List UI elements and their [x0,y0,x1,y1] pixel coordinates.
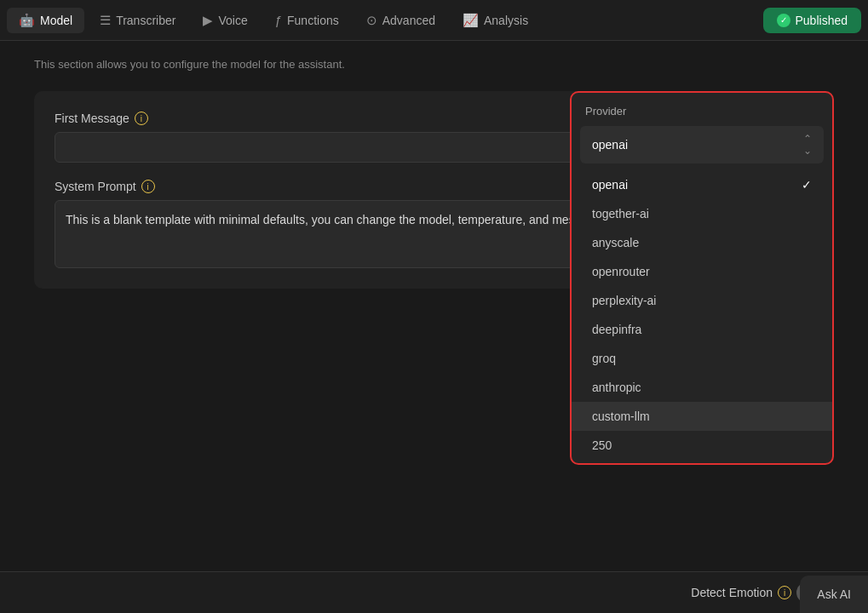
chevron-up-down-icon: ⌃⌄ [803,133,812,157]
tab-functions-label: Functions [287,14,339,27]
provider-item-groq[interactable]: groq [572,344,832,373]
ask-ai-label: Ask AI [817,587,851,601]
advanced-icon: ⊙ [366,13,377,28]
tab-model[interactable]: 🤖 Model [7,8,84,33]
provider-list: openai ✓ together-ai anyscale openrouter… [572,167,832,463]
provider-item-250[interactable]: 250 [572,431,832,460]
provider-item-openai[interactable]: openai ✓ [572,170,832,199]
provider-item-perplexity-ai[interactable]: perplexity-ai [572,286,832,315]
voice-icon: ▶ [203,13,213,28]
provider-header: Provider [572,93,832,126]
top-navigation: 🤖 Model ☰ Transcriber ▶ Voice ƒ Function… [0,0,868,41]
transcriber-icon: ☰ [100,13,111,28]
first-message-info-icon[interactable]: i [135,112,148,125]
section-description: This section allows you to configure the… [34,58,834,71]
provider-item-together-ai[interactable]: together-ai [572,199,832,228]
system-prompt-text: System Prompt [55,180,136,193]
first-message-text: First Message [55,112,129,125]
published-button[interactable]: ✓ Published [763,8,862,33]
bottom-bar: Detect Emotion i [0,571,868,613]
published-check-icon: ✓ [777,14,790,27]
tab-voice-label: Voice [218,14,247,27]
tab-advanced-label: Advanced [382,14,435,27]
tab-analysis-label: Analysis [484,14,528,27]
main-content: This section allows you to configure the… [0,41,868,306]
tab-voice[interactable]: ▶ Voice [191,8,259,33]
form-outer: First Message i System Prompt i This is … [34,91,834,289]
tab-functions[interactable]: ƒ Functions [263,8,351,32]
functions-icon: ƒ [275,13,282,27]
provider-selected-dropdown[interactable]: openai ⌃⌄ [580,126,824,163]
tab-analysis[interactable]: 📈 Analysis [451,8,540,33]
openai-check-icon: ✓ [802,178,812,192]
model-icon: 🤖 [19,13,35,28]
detect-emotion-label-text: Detect Emotion [691,586,773,599]
detect-emotion-info-icon[interactable]: i [778,586,791,599]
tab-model-label: Model [40,14,72,27]
provider-item-anthropic[interactable]: anthropic [572,373,832,402]
provider-item-custom-llm[interactable]: custom-llm [572,402,832,431]
provider-item-anyscale[interactable]: anyscale [572,228,832,257]
provider-selected-value: openai [592,138,628,152]
tab-transcriber[interactable]: ☰ Transcriber [88,8,187,33]
tab-advanced[interactable]: ⊙ Advanced [354,8,447,33]
published-label: Published [796,14,848,27]
system-prompt-info-icon[interactable]: i [141,180,155,193]
tab-transcriber-label: Transcriber [116,14,175,27]
provider-panel: Provider openai ⌃⌄ openai ✓ together-ai … [570,91,834,465]
provider-item-openrouter[interactable]: openrouter [572,257,832,286]
ask-ai-button[interactable]: Ask AI [800,576,868,613]
analysis-icon: 📈 [463,13,479,28]
provider-item-deepinfra[interactable]: deepinfra [572,315,832,344]
